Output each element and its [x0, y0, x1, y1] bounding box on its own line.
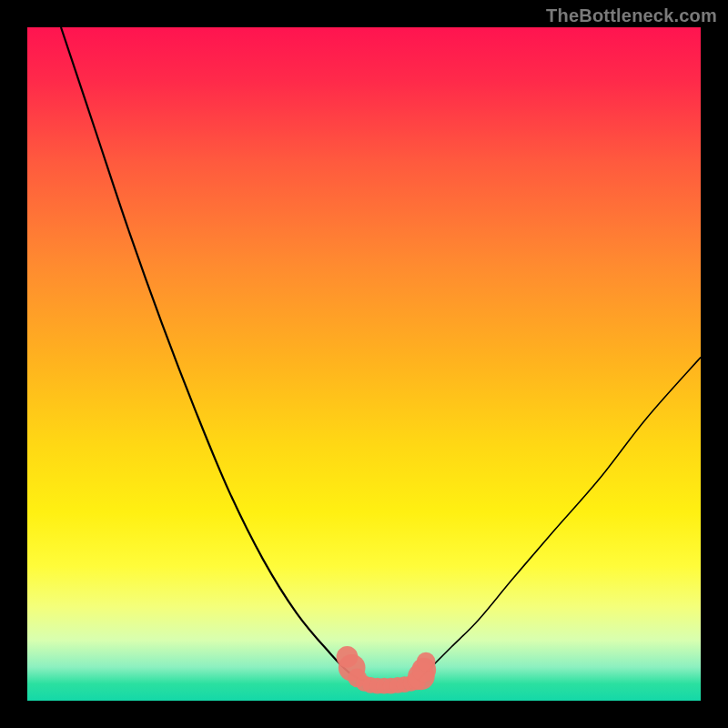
- plot-area: [27, 27, 701, 701]
- left-curve: [61, 27, 364, 681]
- chart-svg: [27, 27, 701, 701]
- right-curve: [418, 358, 701, 681]
- watermark-text: TheBottleneck.com: [546, 5, 717, 26]
- marker-cluster: [337, 646, 437, 694]
- marker-dot: [417, 652, 436, 672]
